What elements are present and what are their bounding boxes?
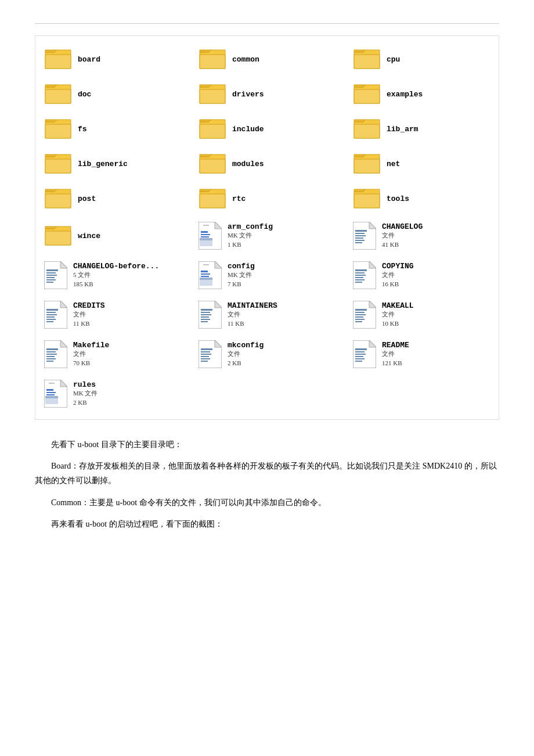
file-credits[interactable]: CREDITS 文件 11 KB — [35, 295, 190, 334]
doc-file-icon2 — [44, 261, 67, 289]
file-name-net: net — [387, 160, 400, 168]
file-info-lib-arm: lib_arm — [387, 125, 418, 134]
folder-examples[interactable]: examples — [344, 77, 499, 111]
file-meta-copying-line1: 文件 — [382, 271, 414, 279]
file-name-include: include — [232, 125, 264, 134]
file-meta-changelog-before-line2: 185 KB — [73, 280, 159, 289]
file-info-maintainers: MAINTAINERS 文件 11 KB — [228, 301, 277, 328]
file-meta-copying-line2: 16 KB — [382, 280, 414, 289]
folder-doc[interactable]: doc — [35, 77, 190, 111]
file-info-examples: examples — [387, 90, 423, 99]
file-name-drivers: drivers — [232, 90, 264, 99]
file-meta-makeall-line1: 文件 — [382, 310, 414, 319]
svg-rect-39 — [355, 282, 362, 283]
folder-lib-generic[interactable]: lib_generic — [35, 146, 190, 181]
folder-cpu[interactable]: cpu — [344, 42, 499, 77]
file-arm-config[interactable]: arm_config MK 文件 1 KB — [190, 216, 344, 255]
file-makeall[interactable]: MAKEALL 文件 10 KB — [344, 295, 499, 334]
file-meta-config-line2: 7 KB — [228, 280, 255, 289]
folder-board[interactable]: board — [35, 42, 190, 77]
svg-rect-62 — [355, 319, 365, 320]
file-meta-arm-config-line1: MK 文件 — [228, 231, 273, 240]
file-name-lib-generic: lib_generic — [78, 160, 128, 168]
file-copying[interactable]: COPYING 文件 16 KB — [344, 255, 499, 295]
file-info-include: include — [232, 125, 264, 134]
file-info-rules: rules MK 文件 2 KB — [73, 380, 98, 407]
file-readme[interactable]: README 文件 121 KB — [344, 334, 499, 374]
file-name-makefile: Makefile — [73, 341, 109, 350]
svg-rect-10 — [355, 230, 367, 232]
svg-rect-46 — [46, 319, 56, 320]
folder-icon — [199, 48, 226, 71]
doc-file-icon — [353, 222, 376, 250]
file-info-makeall: MAKEALL 文件 10 KB — [382, 301, 414, 328]
svg-rect-45 — [46, 316, 55, 318]
svg-marker-49 — [215, 301, 222, 308]
mk-file-icon2 — [199, 261, 222, 289]
folder-wince[interactable]: wince — [35, 216, 190, 255]
file-name-post: post — [78, 195, 96, 203]
folder-icon — [353, 82, 381, 106]
file-changelog[interactable]: CHANGELOG 文件 41 KB — [344, 216, 499, 255]
svg-rect-35 — [355, 272, 365, 273]
file-config[interactable]: config MK 文件 7 KB — [190, 255, 344, 295]
svg-rect-90 — [46, 389, 53, 391]
svg-marker-33 — [369, 261, 376, 268]
svg-rect-43 — [46, 312, 56, 313]
svg-rect-95 — [45, 396, 58, 398]
doc-file-icon6 — [353, 301, 376, 329]
file-name-arm-config: arm_config — [228, 222, 273, 231]
file-name-changelog: CHANGELOG — [382, 222, 423, 231]
folder-tools[interactable]: tools — [344, 181, 499, 216]
folder-post[interactable]: post — [35, 181, 190, 216]
file-name-lib-arm: lib_arm — [387, 125, 418, 134]
folder-fs[interactable]: fs — [35, 111, 190, 146]
folder-common[interactable]: common — [190, 42, 344, 77]
file-info-net: net — [387, 160, 400, 168]
file-makefile[interactable]: Makefile 文件 70 KB — [35, 334, 190, 374]
empty-1 — [190, 374, 344, 413]
svg-rect-91 — [46, 392, 56, 393]
file-maintainers[interactable]: MAINTAINERS 文件 11 KB — [190, 295, 344, 334]
file-info-fs: fs — [78, 125, 87, 134]
file-info-mkconfig: mkconfig 文件 2 KB — [228, 341, 264, 368]
file-name-mkconfig: mkconfig — [228, 341, 264, 350]
file-info-readme: README 文件 121 KB — [382, 341, 409, 368]
folder-modules[interactable]: modules — [190, 146, 344, 181]
svg-rect-63 — [355, 321, 362, 322]
file-info-post: post — [78, 195, 96, 203]
file-info-wince: wince — [78, 232, 100, 240]
folder-icon — [199, 187, 226, 210]
svg-rect-21 — [46, 277, 55, 278]
file-meta-readme-line2: 121 KB — [382, 359, 409, 368]
folder-drivers[interactable]: drivers — [190, 77, 344, 111]
folder-include[interactable]: include — [190, 111, 344, 146]
file-info-changelog-before: CHANGELOG-before... 5 文件 185 KB — [73, 262, 159, 289]
file-info-tools: tools — [387, 195, 409, 203]
folder-net[interactable]: net — [344, 146, 499, 181]
svg-rect-31 — [200, 278, 212, 280]
svg-marker-73 — [215, 340, 222, 347]
svg-rect-14 — [355, 240, 365, 241]
svg-marker-17 — [60, 261, 67, 268]
intro-text: 先看下 u-boot 目录下的主要目录吧： — [35, 437, 499, 452]
file-name-examples: examples — [387, 90, 423, 99]
folder-lib-arm[interactable]: lib_arm — [344, 111, 499, 146]
file-changelog-before[interactable]: CHANGELOG-before... 5 文件 185 KB — [35, 255, 190, 295]
file-rules[interactable]: rules MK 文件 2 KB — [35, 374, 190, 413]
svg-rect-87 — [355, 361, 362, 362]
file-mkconfig[interactable]: mkconfig 文件 2 KB — [190, 334, 344, 374]
file-info-drivers: drivers — [232, 90, 264, 99]
folder-icon — [44, 117, 72, 141]
file-info-board: board — [78, 55, 100, 64]
file-meta-credits-line1: 文件 — [73, 310, 105, 319]
svg-rect-2 — [201, 231, 208, 233]
file-meta-makeall-line2: 10 KB — [382, 319, 414, 328]
folder-rtc[interactable]: rtc — [190, 181, 344, 216]
file-info-common: common — [232, 55, 259, 64]
svg-marker-65 — [60, 340, 67, 347]
doc-file-icon7 — [44, 340, 67, 368]
svg-rect-71 — [46, 361, 53, 362]
svg-rect-70 — [46, 358, 56, 359]
top-divider — [35, 23, 499, 24]
